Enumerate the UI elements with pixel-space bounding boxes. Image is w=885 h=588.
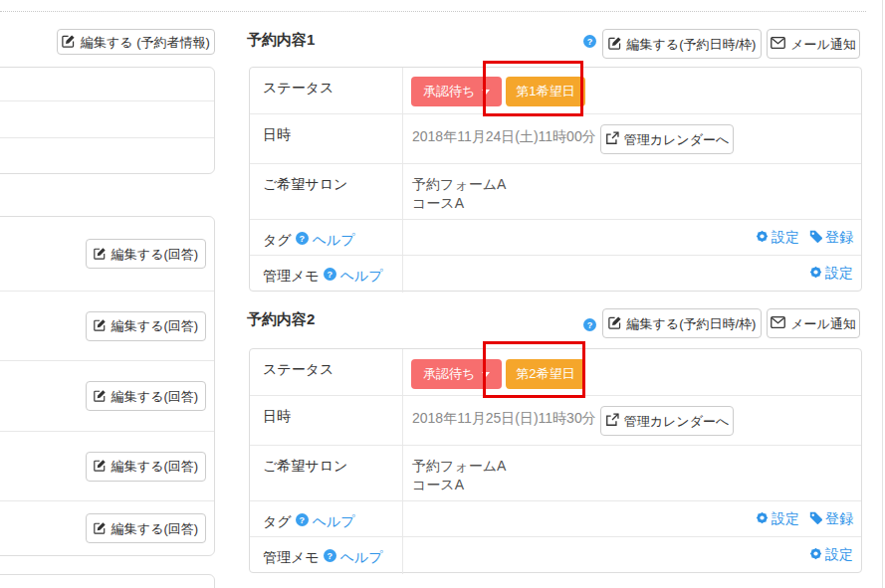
memo-settings-link[interactable]: 設定: [809, 265, 853, 283]
edit-icon: [94, 247, 107, 262]
admin-calendar-button[interactable]: 管理カレンダーへ: [600, 124, 734, 154]
edit-answer-button[interactable]: 編集する(回答): [86, 239, 206, 269]
edit-datetime-button[interactable]: 編集する(予約日時/枠): [602, 29, 762, 59]
reservation-2-table: ステータス 承認待ち 第2希望日 日時 2018年11月25日(日)11時30分…: [249, 348, 862, 573]
tags-register-link[interactable]: 登録: [809, 229, 853, 247]
edit-answer-label: 編集する(回答): [111, 522, 198, 535]
edit-answer-button[interactable]: 編集する(回答): [86, 311, 206, 341]
datetime-row: 日時 2018年11月25日(日)11時30分 管理カレンダーへ: [250, 396, 861, 446]
datetime-label: 日時: [250, 114, 403, 163]
question-icon[interactable]: ?: [296, 232, 309, 245]
edit-answer-button[interactable]: 編集する(回答): [86, 381, 206, 411]
memo-value-cell: 設定: [403, 537, 861, 574]
visitor-info-row: [0, 138, 214, 173]
datetime-row: 日時 2018年11月24日(土)11時00分 管理カレンダーへ: [250, 114, 861, 164]
memo-row: 管理メモ ? ヘルプ 設定: [250, 537, 861, 574]
gear-icon: [756, 230, 769, 246]
memo-label-cell: 管理メモ ? ヘルプ: [250, 537, 403, 574]
mail-notify-button[interactable]: メール通知: [767, 308, 860, 338]
tags-label-cell: タグ ? ヘルプ: [250, 220, 403, 255]
edit-answer-label: 編集する(回答): [111, 248, 198, 261]
tags-help-link[interactable]: ヘルプ: [313, 513, 355, 529]
answer-row: 編集する(回答): [0, 217, 214, 292]
salon-course-name: コースA: [412, 476, 506, 494]
question-icon[interactable]: ?: [583, 318, 596, 331]
tags-value-cell: 設定 登録: [403, 220, 861, 255]
memo-label: 管理メモ: [263, 549, 320, 565]
admin-calendar-button[interactable]: 管理カレンダーへ: [600, 406, 734, 436]
gear-icon: [756, 511, 769, 527]
memo-help-link[interactable]: ヘルプ: [340, 549, 383, 565]
edit-datetime-button[interactable]: 編集する(予約日時/枠): [602, 308, 762, 338]
caret-down-icon: [482, 372, 490, 377]
salon-value-cell: 予約フォームA コースA: [403, 446, 861, 500]
tags-settings-label: 設定: [772, 229, 799, 247]
reservation-1-table: ステータス 承認待ち 第1希望日 日時 2018年11月24日(土)11時00分…: [249, 67, 862, 292]
datetime-value-cell: 2018年11月24日(土)11時00分 管理カレンダーへ: [403, 114, 861, 163]
edit-icon: [94, 389, 107, 404]
edit-visitor-info-button[interactable]: 編集する (予約者情報): [57, 29, 215, 55]
mail-notify-button[interactable]: メール通知: [767, 29, 860, 59]
answer-row: 編集する(回答): [0, 361, 214, 432]
salon-label: ご希望サロン: [250, 446, 403, 500]
salon-row: ご希望サロン 予約フォームA コースA: [250, 164, 861, 220]
edit-answer-button[interactable]: 編集する(回答): [86, 452, 206, 482]
mail-icon: [771, 37, 785, 51]
tag-icon: [809, 230, 822, 246]
salon-value-cell: 予約フォームA コースA: [403, 164, 861, 219]
tag-icon: [809, 511, 822, 527]
memo-settings-link[interactable]: 設定: [809, 546, 853, 564]
preference-badge: 第2希望日: [506, 359, 584, 389]
tags-register-label: 登録: [825, 510, 853, 528]
status-pending-button[interactable]: 承認待ち: [411, 77, 502, 106]
status-pending-button[interactable]: 承認待ち: [411, 359, 502, 389]
edit-datetime-label: 編集する(予約日時/枠): [627, 317, 757, 330]
visitor-info-table: [0, 67, 215, 174]
question-icon[interactable]: ?: [296, 513, 309, 526]
admin-calendar-label: 管理カレンダーへ: [624, 415, 730, 428]
memo-settings-label: 設定: [825, 546, 853, 564]
status-pending-label: 承認待ち: [423, 365, 475, 383]
question-icon[interactable]: ?: [324, 268, 336, 281]
edit-datetime-label: 編集する(予約日時/枠): [627, 38, 757, 51]
edit-icon: [94, 459, 107, 474]
tags-register-label: 登録: [825, 229, 853, 247]
edit-icon: [94, 318, 107, 333]
caret-down-icon: [482, 90, 490, 95]
gear-icon: [809, 266, 822, 282]
question-icon[interactable]: ?: [324, 549, 336, 562]
mail-notify-label: メール通知: [790, 38, 856, 51]
tags-settings-link[interactable]: 設定: [756, 229, 799, 247]
tags-help-link[interactable]: ヘルプ: [313, 232, 355, 248]
edit-icon: [94, 521, 107, 536]
status-pending-label: 承認待ち: [423, 83, 475, 100]
tags-settings-link[interactable]: 設定: [756, 510, 799, 528]
reservation-admin-page: 編集する (予約者情報) 編集する(回答) 編集する(回答) 編集する(回答): [0, 0, 885, 588]
reservation-2-title: 予約内容2: [247, 310, 315, 329]
status-row: ステータス 承認待ち 第2希望日: [250, 349, 861, 396]
tags-label-cell: タグ ? ヘルプ: [250, 501, 403, 536]
question-icon[interactable]: ?: [583, 35, 596, 48]
reservation-1-title: 予約内容1: [247, 31, 315, 50]
mail-notify-label: メール通知: [790, 317, 856, 330]
edit-icon: [608, 315, 622, 331]
tags-row: タグ ? ヘルプ 設定 登録: [250, 501, 861, 537]
memo-help-link[interactable]: ヘルプ: [340, 268, 383, 284]
edit-answer-button[interactable]: 編集する(回答): [86, 513, 206, 543]
external-link-icon: [605, 131, 619, 147]
salon-label: ご希望サロン: [250, 164, 403, 219]
preference-badge: 第1希望日: [506, 77, 584, 106]
memo-label: 管理メモ: [263, 268, 320, 284]
answers-table: 編集する(回答) 編集する(回答) 編集する(回答) 編集する(回答): [0, 216, 215, 556]
salon-form-name: 予約フォームA: [412, 457, 506, 476]
admin-calendar-label: 管理カレンダーへ: [624, 133, 730, 146]
edit-visitor-info-label: 編集する (予約者情報): [81, 36, 210, 49]
tags-register-link[interactable]: 登録: [809, 510, 853, 528]
edit-answer-label: 編集する(回答): [111, 460, 198, 473]
datetime-value: 2018年11月24日(土)11時00分: [412, 128, 596, 146]
dotted-divider: [0, 11, 866, 12]
datetime-value: 2018年11月25日(日)11時30分: [412, 410, 596, 428]
salon-row: ご希望サロン 予約フォームA コースA: [250, 446, 861, 501]
answer-row: 編集する(回答): [0, 292, 214, 361]
status-label: ステータス: [250, 68, 403, 113]
